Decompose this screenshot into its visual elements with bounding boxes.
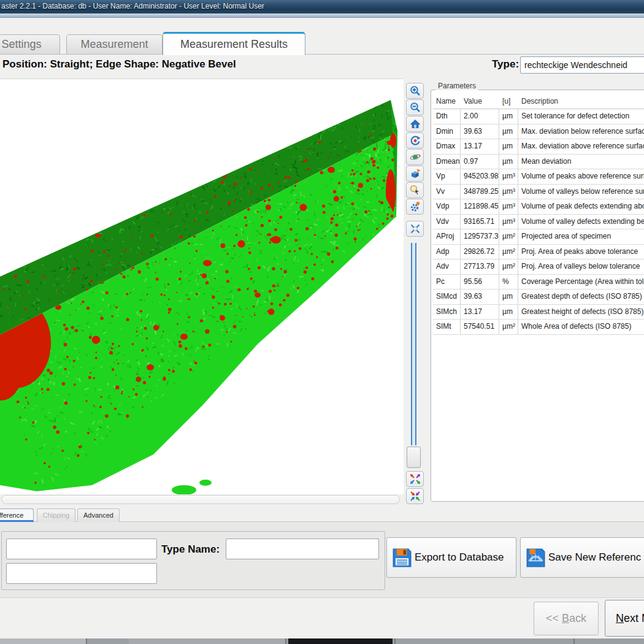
param-value: 13.17	[461, 139, 499, 154]
taskbar-segment	[129, 638, 285, 644]
param-row[interactable]: Vp945203.98µm³Volume of peaks above refe…	[433, 169, 644, 185]
param-name: SIMt	[433, 320, 461, 334]
param-value: 2.00	[461, 109, 499, 124]
param-unit: %	[499, 275, 518, 289]
param-value: 39.63	[461, 125, 499, 139]
param-row[interactable]: AProj1295737.39µm²Projected area of spec…	[433, 229, 644, 245]
save-new-reference-button[interactable]: Save New Referenc	[520, 537, 644, 578]
pan-3d-icon	[409, 167, 421, 180]
type-name-label: Type Name:	[161, 543, 220, 556]
orbit-view-button[interactable]	[406, 149, 424, 165]
reference-comment-field[interactable]	[6, 563, 157, 584]
pan-3d-button[interactable]	[406, 166, 424, 182]
param-value: 1295737.39	[461, 229, 499, 244]
gear-icon	[409, 201, 421, 213]
param-desc: Proj. Area of valleys below tolerance	[518, 259, 644, 274]
home-view-button[interactable]	[406, 116, 424, 132]
param-unit: µm³	[499, 199, 518, 214]
param-row[interactable]: SIMch13.17µmGreatest height of defects (…	[433, 305, 644, 320]
inspect-icon	[409, 184, 421, 196]
param-value: 121898.45	[461, 199, 499, 214]
param-row[interactable]: Adv27713.79µm²Proj. Area of valleys belo…	[433, 259, 644, 275]
tab-chipping[interactable]: Chipping	[37, 508, 75, 522]
viewport-horizontal-slider[interactable]	[1, 495, 400, 504]
floppy-disk-icon	[391, 546, 413, 569]
type-combo[interactable]: rechteckige Wendeschneid	[520, 56, 644, 74]
param-name: Dth	[433, 109, 461, 124]
viewport-vertical-slider-thumb[interactable]	[407, 447, 421, 468]
inspect-button[interactable]	[406, 182, 424, 198]
param-unit: µm²	[499, 229, 518, 244]
fit-view-button[interactable]	[406, 221, 424, 237]
param-row[interactable]: Dmin39.63µmMax. deviation below referenc…	[433, 125, 644, 140]
parameters-table-body: Dth2.00µmSet tolerance for defect detect…	[433, 109, 644, 335]
param-row[interactable]: SIMt57540.51µm²Whole Area of defects (IS…	[433, 320, 644, 335]
param-desc: Whole Area of defects (ISO 8785)	[518, 320, 644, 334]
param-row[interactable]: Dmax13.17µmMax. deviation above referenc…	[433, 139, 644, 155]
param-unit: µm³	[499, 215, 518, 229]
collapse-view-button[interactable]	[406, 488, 424, 504]
param-value: 0.97	[461, 155, 499, 169]
tab-measurement[interactable]: Measurement	[66, 34, 163, 55]
taskbar-divider	[285, 638, 286, 644]
param-unit: µm³	[499, 185, 518, 199]
parameters-table-header: Name Value [u] Description	[433, 94, 644, 109]
zoom-in-button[interactable]	[406, 83, 424, 99]
rotate-view-button[interactable]	[406, 132, 424, 148]
3d-viewport[interactable]	[0, 79, 404, 494]
param-value: 13.17	[461, 305, 499, 320]
param-desc: Projected area of specimen	[518, 229, 644, 244]
reference-name-field[interactable]	[6, 539, 157, 559]
param-row[interactable]: Pc95.56%Coverage Percentage (Area within…	[433, 275, 644, 290]
col-header-unit: [u]	[499, 94, 518, 109]
tab-measurement-settings[interactable]: nt Settings	[0, 34, 60, 55]
expand-view-button[interactable]	[406, 471, 424, 487]
taskbar-divider	[394, 638, 396, 644]
param-name: SIMcd	[433, 289, 461, 304]
export-to-database-button[interactable]: Export to Database	[386, 537, 516, 578]
taskbar-strip	[0, 638, 644, 644]
param-row[interactable]: Vv348789.25µm³Volume of valleys below re…	[433, 185, 644, 200]
view-settings-button[interactable]	[406, 199, 424, 215]
save-button-label: Save New Referenc	[548, 551, 641, 564]
back-prefix: <<	[546, 612, 562, 624]
window-title: aster 2.2.1 - Database: db - User Name: …	[1, 2, 264, 10]
tab-difference[interactable]: fference	[0, 508, 34, 522]
back-rest: ack	[569, 612, 586, 624]
viewport-vertical-slider-track[interactable]	[411, 243, 416, 445]
param-desc: Max. deviation above reference surface	[518, 139, 644, 154]
param-unit: µm	[499, 305, 518, 320]
param-name: Dmean	[433, 155, 461, 169]
param-name: Dmax	[433, 139, 461, 154]
param-desc: Greatest height of defects (ISO 8785)	[518, 305, 644, 320]
param-name: Vv	[433, 185, 461, 199]
zoom-out-button[interactable]	[406, 99, 424, 115]
window-titlebar[interactable]: aster 2.2.1 - Database: db - User Name: …	[0, 0, 644, 13]
param-desc: Greatest depth of defects (ISO 8785)	[518, 289, 644, 304]
zoom-out-icon	[409, 101, 421, 113]
back-key: B	[562, 612, 569, 624]
collapse-view-icon	[409, 490, 421, 502]
param-row[interactable]: Vdp121898.45µm³Volume of peak defects ex…	[433, 199, 644, 215]
back-button[interactable]: << Back	[534, 602, 599, 635]
param-name: Adp	[433, 245, 461, 259]
param-name: Vdp	[433, 199, 461, 214]
tabbar-baseline	[0, 54, 644, 55]
expand-view-icon	[409, 473, 421, 485]
next-button[interactable]: Next M	[605, 600, 644, 637]
parameters-table[interactable]: Name Value [u] Description Dth2.00µmSet …	[433, 94, 644, 335]
param-unit: µm²	[499, 245, 518, 259]
taskbar-segment	[0, 638, 86, 644]
param-row[interactable]: Adp29826.72µm²Proj. Area of peaks above …	[433, 245, 644, 260]
param-row[interactable]: Vdv93165.71µm³Volume of valley defects e…	[433, 215, 644, 230]
type-name-field[interactable]	[226, 539, 379, 559]
specimen-3d-render	[0, 79, 404, 494]
tab-advanced[interactable]: Advanced	[77, 508, 120, 522]
param-row[interactable]: Dth2.00µmSet tolerance for defect detect…	[433, 109, 644, 125]
param-row[interactable]: Dmean0.97µmMean deviation	[433, 155, 644, 170]
param-unit: µm²	[499, 259, 518, 274]
tab-measurement-results[interactable]: Measurement Results	[163, 32, 305, 55]
param-row[interactable]: SIMcd39.63µmGreatest depth of defects (I…	[433, 289, 644, 305]
param-value: 57540.51	[461, 320, 499, 334]
param-unit: µm	[499, 289, 518, 304]
